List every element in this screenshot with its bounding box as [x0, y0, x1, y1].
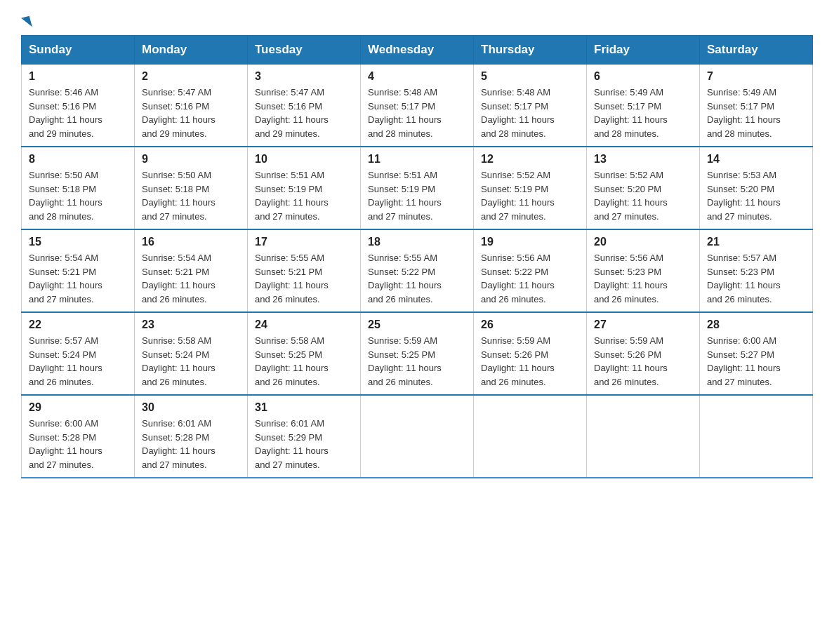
day-number: 13: [594, 153, 692, 166]
day-info: Sunrise: 5:46 AMSunset: 5:16 PMDaylight:…: [29, 86, 127, 140]
calendar-cell: 8 Sunrise: 5:50 AMSunset: 5:18 PMDayligh…: [22, 147, 135, 229]
calendar-cell: 22 Sunrise: 5:57 AMSunset: 5:24 PMDaylig…: [22, 312, 135, 395]
day-info: Sunrise: 5:58 AMSunset: 5:25 PMDaylight:…: [255, 334, 353, 389]
day-number: 16: [142, 236, 240, 248]
day-info: Sunrise: 5:50 AMSunset: 5:18 PMDaylight:…: [29, 168, 127, 223]
day-info: Sunrise: 5:59 AMSunset: 5:25 PMDaylight:…: [368, 334, 466, 389]
day-number: 24: [255, 318, 353, 331]
day-number: 23: [142, 318, 240, 331]
day-number: 20: [594, 236, 692, 248]
header-row: SundayMondayTuesdayWednesdayThursdayFrid…: [22, 36, 813, 65]
calendar-cell: 13 Sunrise: 5:52 AMSunset: 5:20 PMDaylig…: [587, 147, 700, 229]
day-number: 2: [142, 70, 240, 83]
day-info: Sunrise: 6:00 AMSunset: 5:28 PMDaylight:…: [29, 417, 127, 471]
day-info: Sunrise: 6:01 AMSunset: 5:29 PMDaylight:…: [255, 417, 353, 471]
day-info: Sunrise: 5:58 AMSunset: 5:24 PMDaylight:…: [142, 334, 240, 389]
day-number: 10: [255, 153, 353, 166]
day-number: 5: [481, 70, 579, 83]
header-saturday: Saturday: [700, 36, 813, 65]
day-info: Sunrise: 5:57 AMSunset: 5:24 PMDaylight:…: [29, 334, 127, 389]
calendar-cell: 25 Sunrise: 5:59 AMSunset: 5:25 PMDaylig…: [361, 312, 474, 395]
calendar-cell: 2 Sunrise: 5:47 AMSunset: 5:16 PMDayligh…: [135, 65, 248, 147]
day-info: Sunrise: 5:55 AMSunset: 5:22 PMDaylight:…: [368, 251, 466, 306]
calendar-cell: 17 Sunrise: 5:55 AMSunset: 5:21 PMDaylig…: [248, 229, 361, 312]
calendar-cell: 12 Sunrise: 5:52 AMSunset: 5:19 PMDaylig…: [474, 147, 587, 229]
day-info: Sunrise: 5:48 AMSunset: 5:17 PMDaylight:…: [481, 86, 579, 140]
day-info: Sunrise: 5:51 AMSunset: 5:19 PMDaylight:…: [255, 168, 353, 223]
day-number: 31: [255, 401, 353, 414]
day-info: Sunrise: 5:59 AMSunset: 5:26 PMDaylight:…: [594, 334, 692, 389]
page-header: [21, 14, 813, 28]
day-info: Sunrise: 5:52 AMSunset: 5:20 PMDaylight:…: [594, 168, 692, 223]
day-info: Sunrise: 5:51 AMSunset: 5:19 PMDaylight:…: [368, 168, 466, 223]
calendar-cell: 23 Sunrise: 5:58 AMSunset: 5:24 PMDaylig…: [135, 312, 248, 395]
week-row-5: 29 Sunrise: 6:00 AMSunset: 5:28 PMDaylig…: [22, 395, 813, 478]
day-number: 25: [368, 318, 466, 331]
calendar-cell: 30 Sunrise: 6:01 AMSunset: 5:28 PMDaylig…: [135, 395, 248, 478]
calendar-cell: [361, 395, 474, 478]
day-number: 22: [29, 318, 127, 331]
day-info: Sunrise: 6:00 AMSunset: 5:27 PMDaylight:…: [707, 334, 805, 389]
calendar-cell: 7 Sunrise: 5:49 AMSunset: 5:17 PMDayligh…: [700, 65, 813, 147]
day-number: 30: [142, 401, 240, 414]
day-info: Sunrise: 5:47 AMSunset: 5:16 PMDaylight:…: [142, 86, 240, 140]
day-number: 15: [29, 236, 127, 248]
day-info: Sunrise: 5:54 AMSunset: 5:21 PMDaylight:…: [142, 251, 240, 306]
day-number: 21: [707, 236, 805, 248]
day-info: Sunrise: 5:49 AMSunset: 5:17 PMDaylight:…: [707, 86, 805, 140]
header-wednesday: Wednesday: [361, 36, 474, 65]
day-number: 9: [142, 153, 240, 166]
day-info: Sunrise: 5:50 AMSunset: 5:18 PMDaylight:…: [142, 168, 240, 223]
day-number: 14: [707, 153, 805, 166]
calendar-cell: 1 Sunrise: 5:46 AMSunset: 5:16 PMDayligh…: [22, 65, 135, 147]
calendar-cell: [587, 395, 700, 478]
header-sunday: Sunday: [22, 36, 135, 65]
week-row-2: 8 Sunrise: 5:50 AMSunset: 5:18 PMDayligh…: [22, 147, 813, 229]
calendar-cell: 28 Sunrise: 6:00 AMSunset: 5:27 PMDaylig…: [700, 312, 813, 395]
day-number: 29: [29, 401, 127, 414]
day-info: Sunrise: 5:57 AMSunset: 5:23 PMDaylight:…: [707, 251, 805, 306]
week-row-1: 1 Sunrise: 5:46 AMSunset: 5:16 PMDayligh…: [22, 65, 813, 147]
day-number: 12: [481, 153, 579, 166]
day-number: 1: [29, 70, 127, 83]
day-info: Sunrise: 5:59 AMSunset: 5:26 PMDaylight:…: [481, 334, 579, 389]
day-number: 8: [29, 153, 127, 166]
day-number: 17: [255, 236, 353, 248]
header-thursday: Thursday: [474, 36, 587, 65]
calendar-cell: 27 Sunrise: 5:59 AMSunset: 5:26 PMDaylig…: [587, 312, 700, 395]
day-info: Sunrise: 5:48 AMSunset: 5:17 PMDaylight:…: [368, 86, 466, 140]
day-info: Sunrise: 6:01 AMSunset: 5:28 PMDaylight:…: [142, 417, 240, 471]
calendar-cell: [700, 395, 813, 478]
logo-arrow-icon: [21, 16, 32, 29]
day-info: Sunrise: 5:52 AMSunset: 5:19 PMDaylight:…: [481, 168, 579, 223]
day-info: Sunrise: 5:47 AMSunset: 5:16 PMDaylight:…: [255, 86, 353, 140]
calendar-cell: 16 Sunrise: 5:54 AMSunset: 5:21 PMDaylig…: [135, 229, 248, 312]
day-number: 11: [368, 153, 466, 166]
calendar-cell: 29 Sunrise: 6:00 AMSunset: 5:28 PMDaylig…: [22, 395, 135, 478]
calendar-table: SundayMondayTuesdayWednesdayThursdayFrid…: [21, 35, 813, 478]
calendar-cell: 4 Sunrise: 5:48 AMSunset: 5:17 PMDayligh…: [361, 65, 474, 147]
day-number: 7: [707, 70, 805, 83]
calendar-cell: [474, 395, 587, 478]
calendar-cell: 9 Sunrise: 5:50 AMSunset: 5:18 PMDayligh…: [135, 147, 248, 229]
calendar-cell: 5 Sunrise: 5:48 AMSunset: 5:17 PMDayligh…: [474, 65, 587, 147]
calendar-cell: 14 Sunrise: 5:53 AMSunset: 5:20 PMDaylig…: [700, 147, 813, 229]
logo: [21, 14, 31, 28]
calendar-cell: 11 Sunrise: 5:51 AMSunset: 5:19 PMDaylig…: [361, 147, 474, 229]
calendar-cell: 10 Sunrise: 5:51 AMSunset: 5:19 PMDaylig…: [248, 147, 361, 229]
header-tuesday: Tuesday: [248, 36, 361, 65]
day-number: 4: [368, 70, 466, 83]
calendar-cell: 20 Sunrise: 5:56 AMSunset: 5:23 PMDaylig…: [587, 229, 700, 312]
day-info: Sunrise: 5:56 AMSunset: 5:22 PMDaylight:…: [481, 251, 579, 306]
day-info: Sunrise: 5:49 AMSunset: 5:17 PMDaylight:…: [594, 86, 692, 140]
calendar-cell: 24 Sunrise: 5:58 AMSunset: 5:25 PMDaylig…: [248, 312, 361, 395]
calendar-cell: 18 Sunrise: 5:55 AMSunset: 5:22 PMDaylig…: [361, 229, 474, 312]
calendar-cell: 31 Sunrise: 6:01 AMSunset: 5:29 PMDaylig…: [248, 395, 361, 478]
week-row-4: 22 Sunrise: 5:57 AMSunset: 5:24 PMDaylig…: [22, 312, 813, 395]
day-number: 3: [255, 70, 353, 83]
day-number: 19: [481, 236, 579, 248]
day-number: 26: [481, 318, 579, 331]
calendar-cell: 3 Sunrise: 5:47 AMSunset: 5:16 PMDayligh…: [248, 65, 361, 147]
day-number: 18: [368, 236, 466, 248]
day-info: Sunrise: 5:56 AMSunset: 5:23 PMDaylight:…: [594, 251, 692, 306]
